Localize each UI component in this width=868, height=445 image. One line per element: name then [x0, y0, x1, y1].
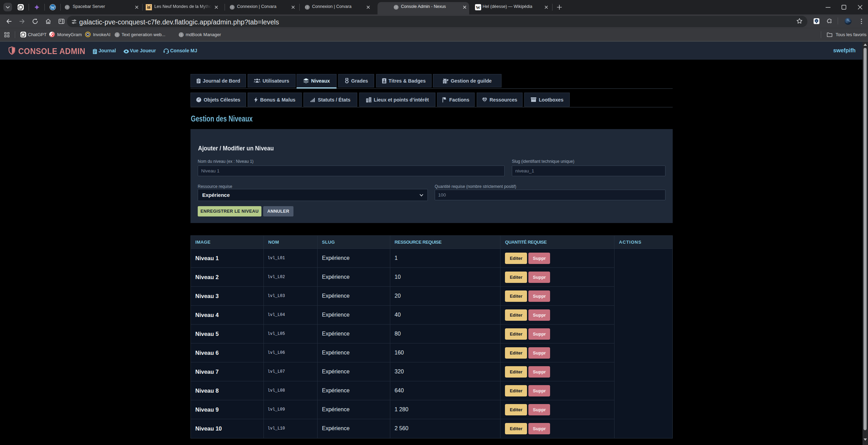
- svg-text:W: W: [51, 5, 55, 10]
- svg-text:W: W: [476, 5, 480, 10]
